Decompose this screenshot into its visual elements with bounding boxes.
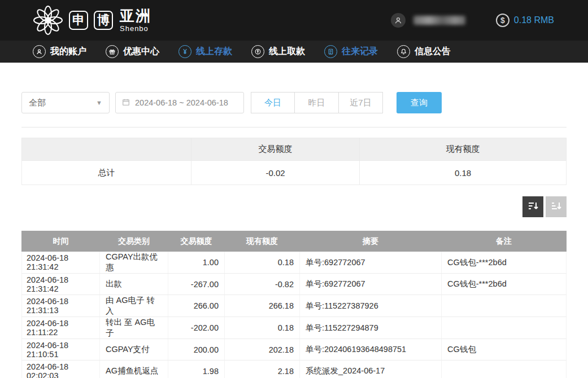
cell-summary: 单号:692772067 [300, 274, 442, 295]
nav-item-online-deposit[interactable]: 线上存款 [178, 45, 232, 58]
bell-icon [397, 45, 410, 58]
cell-remark: CG钱包-***2b6d [442, 252, 567, 274]
user-icon [33, 45, 46, 58]
cell-time: 2024-06-18 21:31:42 [22, 252, 100, 274]
nav-label: 优惠中心 [123, 46, 159, 58]
cell-summary: 系统派发_2024-06-17 [300, 361, 442, 378]
col-header-remark: 备注 [442, 231, 567, 252]
filter-bar: 全部 ▼ 2024-06-18 ~ 2024-06-18 今日 昨日 近7日 查… [21, 92, 567, 113]
type-select[interactable]: 全部 ▼ [21, 92, 110, 113]
flower-logo-icon [33, 5, 63, 36]
cell-remark [442, 317, 567, 339]
summary-table: 交易额度 现有额度 总计 -0.02 0.18 [21, 138, 567, 185]
cell-balance: 266.18 [225, 295, 300, 317]
nav-item-announcements[interactable]: 信息公告 [397, 45, 451, 58]
cell-summary: 单号:692772067 [300, 252, 442, 274]
nav-label: 我的账户 [50, 46, 86, 58]
col-header-balance: 现有额度 [225, 231, 300, 252]
nav-item-promo-center[interactable]: 优惠中心 [106, 45, 159, 58]
nav-label: 线上存款 [196, 46, 232, 58]
table-row: 2024-06-18 21:31:42 CGPAY出款优惠 1.00 0.18 … [22, 252, 567, 274]
summary-header-amount: 交易额度 [191, 138, 360, 161]
logo-char-bo: 博 [94, 11, 113, 30]
logo-char-shen: 申 [69, 11, 88, 30]
sort-descending-icon [528, 200, 539, 213]
cell-time: 2024-06-18 02:02:03 [22, 361, 100, 378]
cell-amount: 200.00 [168, 339, 225, 361]
sort-ascending-icon [551, 200, 562, 213]
date-range-value: 2024-06-18 ~ 2024-06-18 [135, 98, 228, 107]
quick-date-group: 今日 昨日 近7日 [251, 92, 383, 113]
cell-summary: 单号:115227387926 [300, 295, 442, 317]
summary-total-balance: 0.18 [360, 161, 567, 185]
cell-time: 2024-06-18 21:10:51 [22, 339, 100, 361]
cell-type: CGPAY出款优惠 [100, 252, 168, 274]
nav-item-my-account[interactable]: 我的账户 [33, 45, 86, 58]
table-row: 2024-06-18 21:31:13 由 AG电子 转入 266.00 266… [22, 295, 567, 317]
nav-item-online-withdraw[interactable]: 线上取款 [251, 45, 305, 58]
main-nav: 我的账户 优惠中心 线上存款 线上取款 [0, 41, 588, 63]
cell-amount: -202.00 [168, 317, 225, 339]
nav-label: 线上取款 [269, 46, 305, 58]
sort-ascending-button[interactable] [546, 196, 567, 217]
deposit-icon [178, 45, 191, 58]
logo-region: 亚洲 [120, 8, 151, 23]
sort-descending-button[interactable] [522, 196, 543, 217]
cell-summary: 单号:115227294879 [300, 317, 442, 339]
cell-balance: 2.18 [225, 361, 300, 378]
cell-balance: 0.18 [225, 252, 300, 274]
records-header-row: 时间 交易类别 交易额度 现有额度 摘要 备注 [22, 231, 567, 252]
table-row: 2024-06-18 21:31:42 出款 -267.00 -0.82 单号:… [22, 274, 567, 295]
col-header-amount: 交易额度 [168, 231, 225, 252]
cell-type: 出款 [100, 274, 168, 295]
cell-remark [442, 295, 567, 317]
records-icon [324, 45, 337, 58]
account-balance: 0.18 RMB [514, 15, 554, 25]
cell-type: CGPAY支付 [100, 339, 168, 361]
summary-total-label: 总计 [22, 161, 191, 185]
cell-balance: 0.18 [225, 317, 300, 339]
calendar-icon [121, 98, 130, 108]
cell-amount: 1.98 [168, 361, 225, 378]
query-button[interactable]: 查询 [397, 92, 442, 113]
summary-row: 总计 -0.02 0.18 [22, 161, 567, 185]
nav-item-transaction-records[interactable]: 往来记录 [324, 45, 378, 58]
nav-label: 信息公告 [415, 46, 451, 58]
site-logo: 申 博 亚洲 Shenbo [33, 5, 151, 36]
cell-time: 2024-06-18 21:31:42 [22, 274, 100, 295]
table-row: 2024-06-18 21:10:51 CGPAY支付 200.00 202.1… [22, 339, 567, 361]
nav-label: 往来记录 [342, 46, 378, 58]
cell-type: 转出 至 AG电子 [100, 317, 168, 339]
username-redacted [413, 16, 465, 25]
quick-yesterday-button[interactable]: 昨日 [295, 92, 339, 113]
cell-amount: 1.00 [168, 252, 225, 274]
cell-balance: 202.18 [225, 339, 300, 361]
date-range-input[interactable]: 2024-06-18 ~ 2024-06-18 [115, 92, 244, 113]
cell-remark: CG钱包-***2b6d [442, 274, 567, 295]
cell-time: 2024-06-18 21:11:22 [22, 317, 100, 339]
col-header-summary: 摘要 [300, 231, 442, 252]
chevron-down-icon: ▼ [96, 99, 102, 106]
quick-today-button[interactable]: 今日 [251, 92, 295, 113]
col-header-type: 交易类别 [100, 231, 168, 252]
cell-balance: -0.82 [225, 274, 300, 295]
summary-total-amount: -0.02 [191, 161, 360, 185]
type-select-value: 全部 [29, 98, 46, 108]
table-row: 2024-06-18 02:02:03 AG捕鱼机返点 1.98 2.18 系统… [22, 361, 567, 378]
cell-remark: CG钱包 [442, 339, 567, 361]
sort-controls [21, 196, 567, 217]
currency-icon: $ [496, 14, 509, 27]
cell-summary: 单号:202406193648498751 [300, 339, 442, 361]
avatar-icon [391, 13, 406, 28]
cell-remark [442, 361, 567, 378]
cell-type: AG捕鱼机返点 [100, 361, 168, 378]
withdraw-icon [251, 45, 264, 58]
summary-header-empty [22, 138, 191, 161]
user-area: $ 0.18 RMB [391, 13, 554, 28]
page-content: 全部 ▼ 2024-06-18 ~ 2024-06-18 今日 昨日 近7日 查… [0, 92, 588, 378]
quick-last7days-button[interactable]: 近7日 [339, 92, 383, 113]
col-header-time: 时间 [22, 231, 100, 252]
logo-subtitle: Shenbo [120, 25, 151, 32]
table-row: 2024-06-18 21:11:22 转出 至 AG电子 -202.00 0.… [22, 317, 567, 339]
top-header: 申 博 亚洲 Shenbo $ 0.18 RMB [0, 0, 588, 41]
